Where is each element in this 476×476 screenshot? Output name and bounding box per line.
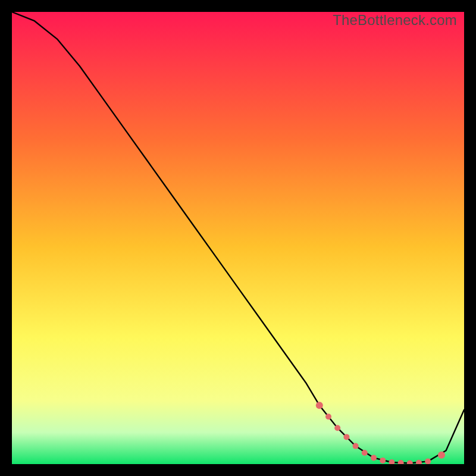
highlight-dot [316,402,323,409]
bottleneck-chart [12,12,464,464]
highlight-dot [343,434,349,440]
highlight-dot [325,414,331,419]
highlight-dot [371,455,377,461]
gradient-background [12,12,464,464]
highlight-dot [438,452,445,459]
highlight-dot [353,443,359,449]
highlight-dot [362,450,368,456]
highlight-dot [334,425,340,431]
chart-frame: TheBottleneck.com [12,12,464,464]
highlight-dot [425,458,431,464]
highlight-dot [380,458,386,464]
watermark-text: TheBottleneck.com [333,12,457,29]
